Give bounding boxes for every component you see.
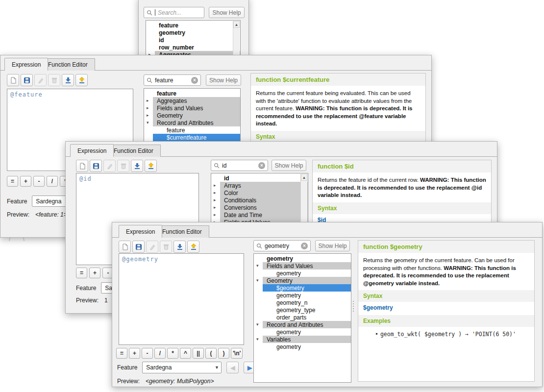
tree-row[interactable]: ▸Conversions [211,204,308,211]
operator-button[interactable]: = [76,268,87,278]
tree-row[interactable]: ▾Record and Attributes [144,119,240,126]
operator-button[interactable]: / [154,348,166,359]
chevron-right-icon[interactable]: ▸ [147,104,152,112]
show-help-button[interactable]: Show Help [272,160,306,171]
chevron-right-icon[interactable]: ▸ [214,189,220,196]
edit-expression-button[interactable] [146,241,158,253]
operator-newline-button[interactable]: '\n' [231,348,243,359]
operator-button[interactable]: = [116,348,127,359]
tree-row[interactable]: ▾Variables [254,336,351,343]
tree-row[interactable]: ▸Geometry [144,112,240,119]
feature-combobox[interactable]: Sardegna ▼ [142,362,222,373]
tree-row[interactable]: geometry [254,328,351,336]
search-input[interactable]: id × [211,160,268,171]
tab-expression[interactable]: Expression [4,58,48,71]
new-expression-button[interactable] [76,160,88,172]
tree-row[interactable]: order_parts [254,314,351,321]
operator-button[interactable]: * [167,348,178,359]
tree-row[interactable]: geometry_n [254,299,351,306]
tree-row[interactable]: feature [144,90,240,97]
tree-row[interactable]: ▾Record and Attributes [254,321,351,328]
list-item[interactable]: geometry [146,29,240,36]
show-help-button[interactable]: Show Help [315,240,350,251]
show-help-button[interactable]: Show Help [206,74,241,86]
tree-row-selected[interactable]: $currentfeature [144,134,240,141]
chevron-down-icon[interactable]: ▾ [256,262,262,270]
tree-row-selected[interactable]: $geometry [254,284,351,292]
operator-button[interactable]: = [7,176,18,187]
scrollbar[interactable]: ▲ [233,21,240,55]
import-expressions-button[interactable] [173,241,186,253]
tree-row[interactable]: ▾Fields and Values [254,262,351,270]
tree-row[interactable]: geometry [254,292,351,299]
import-expressions-button[interactable] [62,74,74,86]
chevron-right-icon[interactable]: ▸ [214,211,220,219]
chevron-right-icon[interactable]: ▸ [214,182,220,189]
delete-expression-button[interactable] [48,74,60,86]
export-expressions-button[interactable] [187,241,199,253]
tree-row[interactable]: feature [144,126,240,134]
chevron-right-icon[interactable]: ▸ [214,204,220,211]
clear-search-icon[interactable]: × [301,243,308,249]
operator-button[interactable]: - [142,348,153,359]
chevron-down-icon[interactable]: ▾ [256,277,262,284]
tree-row[interactable]: id [211,174,308,182]
delete-expression-button[interactable] [160,241,172,253]
edit-expression-button[interactable] [103,160,116,172]
operator-button[interactable]: + [20,176,31,187]
delete-expression-button[interactable] [117,160,129,172]
tab-expression[interactable]: Expression [119,225,162,238]
clear-search-icon[interactable]: × [258,162,265,169]
search-input[interactable]: feature × [144,74,201,86]
search-input[interactable]: Search... [144,7,204,18]
expression-editor[interactable]: @geometry [119,253,244,345]
search-input[interactable]: geometry × [253,240,311,251]
export-expressions-button[interactable] [75,74,88,86]
new-expression-button[interactable] [119,241,131,253]
chevron-down-icon[interactable]: ▾ [256,321,262,328]
operator-button[interactable]: - [33,176,45,187]
operator-button[interactable]: + [89,268,100,278]
function-list[interactable]: feature geometry id row_number ▸Aggregat… [146,20,241,55]
new-expression-button[interactable] [7,74,19,86]
tree-row[interactable]: ▸Fields and Values [144,104,240,112]
operator-button[interactable]: / [47,176,58,187]
tree-row[interactable]: ▸Aggregates [144,97,240,104]
clear-search-icon[interactable]: × [191,77,198,84]
tree-row[interactable]: geometry [254,255,351,262]
import-expressions-button[interactable] [131,160,143,172]
list-item[interactable]: id [146,36,240,44]
edit-expression-button[interactable] [34,74,47,86]
tab-function-editor[interactable]: Function Editor [106,145,161,157]
operator-button[interactable]: + [129,348,140,359]
operator-button[interactable]: || [193,348,204,359]
show-help-button[interactable]: Show Help [209,7,245,18]
list-item[interactable]: feature [146,22,240,29]
tree-row[interactable]: geometry [254,270,351,277]
tree-row[interactable]: ▸Date and Time [211,211,308,219]
tree-row[interactable]: ▸Arrays [211,182,308,189]
tab-function-editor[interactable]: Function Editor [41,58,95,71]
tree-row[interactable]: ▾Geometry [254,277,351,284]
list-item[interactable]: row_number [146,44,240,51]
tree-row[interactable]: ▸Color [211,189,308,196]
splitter-grip[interactable] [353,301,354,312]
tree-row[interactable]: geometry_type [254,306,351,314]
chevron-down-icon[interactable]: ▾ [147,119,152,126]
chevron-down-icon[interactable]: ▾ [256,336,262,343]
tree-row[interactable]: geometry [254,343,351,350]
scroll-up-icon[interactable]: ▲ [233,21,240,28]
operator-button[interactable]: ( [205,348,217,359]
operator-button[interactable]: ) [218,348,229,359]
tree-row[interactable]: ▸Conditionals [211,196,308,204]
scroll-up-icon[interactable]: ▲ [301,174,307,181]
chevron-right-icon[interactable]: ▸ [147,112,152,119]
chevron-right-icon[interactable]: ▸ [147,97,152,104]
export-expressions-button[interactable] [145,160,157,172]
function-tree[interactable]: geometry ▾Fields and Values geometry ▾Ge… [253,253,351,383]
tab-function-editor[interactable]: Function Editor [155,225,209,238]
save-expression-button[interactable] [90,160,102,172]
save-expression-button[interactable] [21,74,33,86]
save-expression-button[interactable] [132,241,145,253]
previous-feature-button[interactable]: ◀ [226,362,239,373]
